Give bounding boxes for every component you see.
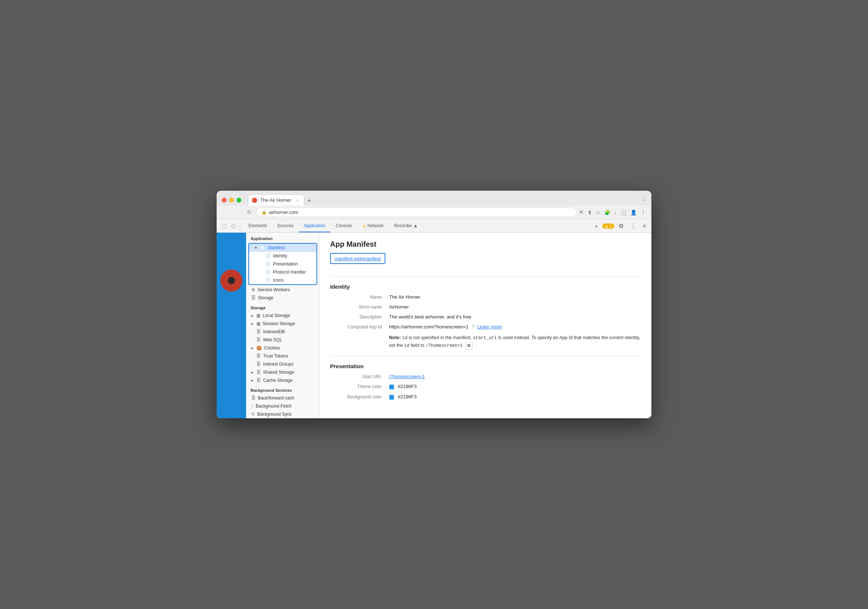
service-workers-gear-icon: ⚙ — [251, 287, 255, 292]
sidebar-item-presentation[interactable]: 📄 Presentation — [258, 260, 316, 268]
sidebar-item-session-storage[interactable]: ▶ ▦ Session Storage — [246, 320, 319, 328]
title-bar: The Air Horner × + ⌄ — [217, 191, 651, 206]
address-bar: ← → ↻ 🔒 airhorner.com ⇱ ⬆ ☆ 🧩 ↓ ⬜ 👤 ⋮ — [217, 206, 651, 219]
session-storage-expand-icon: ▶ — [251, 322, 254, 326]
note-spacer-label — [330, 334, 389, 334]
sidebar-item-storage[interactable]: 🗄 Storage — [246, 294, 319, 302]
bg-services-label: Background Services — [246, 384, 319, 394]
sidebar-item-manifest[interactable]: ▼ 📄 Manifest — [249, 244, 316, 252]
sidebar-item-back-forward[interactable]: 🗄 Back/forward cach — [246, 394, 319, 402]
section-divider-presentation — [330, 356, 641, 356]
lock-icon: 🔒 — [262, 210, 267, 215]
address-input[interactable]: 🔒 airhorner.com — [256, 208, 577, 217]
devtools-body: Application ▼ 📄 Manifest 📄 Identity 📄 Pr… — [217, 233, 651, 418]
short-name-value: Airhorner — [389, 304, 641, 310]
address-actions: ⇱ ⬆ ☆ 🧩 ↓ ⬜ 👤 ⋮ — [580, 209, 646, 216]
interest-groups-icon: 🗄 — [256, 362, 261, 367]
storage-db-icon: 🗄 — [251, 295, 256, 300]
sidebar-item-service-workers[interactable]: ⚙ Service Workers — [246, 286, 319, 294]
identity-table: Name The Air Horner Short name Airhorner… — [330, 294, 641, 349]
start-url-label: Start URL — [330, 374, 389, 379]
bg-sync-label: Background Sync — [257, 412, 292, 417]
split-view-icon[interactable]: ⬜ — [620, 210, 627, 215]
description-label: Description — [330, 314, 389, 320]
local-storage-expand-icon: ▶ — [251, 314, 254, 317]
sidebar-item-protocol-handler[interactable]: 📄 Protocol Handler — [258, 268, 316, 276]
identity-section-title: Identity — [330, 283, 641, 290]
tab-console[interactable]: Console — [330, 219, 357, 232]
new-tab-button[interactable]: + — [304, 197, 314, 205]
sidebar-item-icons[interactable]: 📄 Icons — [258, 276, 316, 284]
protocol-file-icon: 📄 — [265, 269, 271, 275]
manifest-link-box: manifest.webmanifest — [330, 253, 385, 264]
tab-network[interactable]: ▲ Network — [357, 219, 389, 232]
cache-storage-label: Cache Storage — [263, 378, 293, 383]
devtools-tabs: Elements Sources Application Console ▲ N… — [243, 219, 423, 232]
learn-more-link[interactable]: Learn more — [477, 324, 502, 329]
devtools-more-button[interactable]: ⋮ — [628, 222, 639, 230]
page-title: App Manifest — [330, 240, 641, 249]
profile-icon[interactable]: 👤 — [630, 210, 637, 215]
name-label: Name — [330, 294, 389, 300]
tab-bar: The Air Horner × + — [248, 195, 639, 206]
element-picker-icon[interactable]: ⬚ — [220, 222, 229, 230]
trust-tokens-label: Trust Tokens — [263, 354, 288, 359]
local-storage-label: Local Storage — [263, 313, 290, 318]
icons-file-icon: 📄 — [265, 278, 271, 283]
tab-application[interactable]: Application — [299, 219, 331, 232]
info-row-bg-color: Background color #2196F3 — [330, 394, 641, 400]
open-tab-icon[interactable]: ⇱ — [580, 210, 584, 215]
theme-color-value: #2196F3 — [389, 384, 641, 390]
bg-sync-icon: ↻ — [251, 412, 255, 417]
session-storage-label: Session Storage — [263, 321, 295, 326]
sidebar-item-bg-fetch[interactable]: ↕ Background Fetch — [246, 402, 319, 410]
forward-button[interactable]: → — [234, 209, 242, 216]
presentation-section-title: Presentation — [330, 363, 641, 369]
tab-close-button[interactable]: × — [296, 198, 299, 202]
devtools-close-button[interactable]: × — [641, 222, 648, 230]
refresh-button[interactable]: ↻ — [245, 208, 253, 216]
sidebar-item-shared-storage[interactable]: ▶ 🗄 Shared Storage — [246, 368, 319, 376]
note-text-2: is not specified in the manifest, — [409, 335, 473, 340]
sidebar-item-websql[interactable]: ▶ 🗄 Web SQL — [246, 336, 319, 344]
close-traffic-light[interactable] — [222, 198, 226, 202]
tab-elements[interactable]: Elements — [243, 219, 272, 232]
sidebar-item-local-storage[interactable]: ▶ ▦ Local Storage — [246, 312, 319, 320]
websql-label: Web SQL — [263, 337, 282, 342]
sidebar-item-cache-storage[interactable]: ▶ 🗄 Cache Storage — [246, 376, 319, 384]
extension-icon[interactable]: 🧩 — [604, 210, 611, 215]
bg-color-text: #2196F3 — [398, 394, 417, 399]
theme-color-swatch — [389, 384, 394, 390]
more-tabs-button[interactable]: » — [593, 222, 600, 230]
tab-recorder[interactable]: Recorder ▲ — [389, 219, 423, 232]
sidebar-item-interest-groups[interactable]: ▶ 🗄 Interest Groups — [246, 360, 319, 368]
download-icon[interactable]: ↓ — [614, 210, 617, 215]
tab-title: The Air Horner — [260, 197, 291, 203]
back-button[interactable]: ← — [222, 209, 231, 216]
presentation-file-icon: 📄 — [265, 261, 271, 267]
info-row-theme-color: Theme color #2196F3 — [330, 384, 641, 390]
bg-fetch-icon: ↕ — [251, 403, 253, 409]
settings-button[interactable]: ⚙ — [616, 222, 626, 230]
info-row-short-name: Short name Airhorner — [330, 304, 641, 310]
tab-sources[interactable]: Sources — [272, 219, 299, 232]
manifest-link[interactable]: manifest.webmanifest — [335, 256, 381, 261]
bookmark-icon[interactable]: ☆ — [596, 210, 600, 215]
browser-tab[interactable]: The Air Horner × — [248, 195, 304, 206]
copy-button[interactable]: ⧉ — [465, 342, 473, 349]
sidebar-item-trust-tokens[interactable]: ▶ 🗄 Trust Tokens — [246, 352, 319, 360]
device-mode-icon[interactable]: □ — [229, 222, 237, 230]
shared-storage-label: Shared Storage — [263, 370, 294, 375]
start-url-link[interactable]: /?homescreen=1 — [389, 374, 425, 379]
network-warn-icon: ▲ — [362, 224, 366, 228]
sidebar-item-indexeddb[interactable]: ▶ 🗄 IndexedDB — [246, 328, 319, 336]
maximize-traffic-light[interactable] — [237, 198, 241, 202]
sidebar-item-cookies[interactable]: ▶ 🍪 Cookies — [246, 344, 319, 352]
more-options-icon[interactable]: ⋮ — [640, 209, 646, 216]
cache-storage-expand-icon: ▶ — [251, 379, 254, 382]
minimize-traffic-light[interactable] — [229, 198, 234, 202]
share-icon[interactable]: ⬆ — [587, 210, 592, 215]
sidebar-item-identity[interactable]: 📄 Identity — [258, 252, 316, 260]
sidebar-item-bg-sync[interactable]: ↻ Background Sync — [246, 410, 319, 418]
devtools-tool-icons: ⬚ □ — [220, 222, 237, 230]
